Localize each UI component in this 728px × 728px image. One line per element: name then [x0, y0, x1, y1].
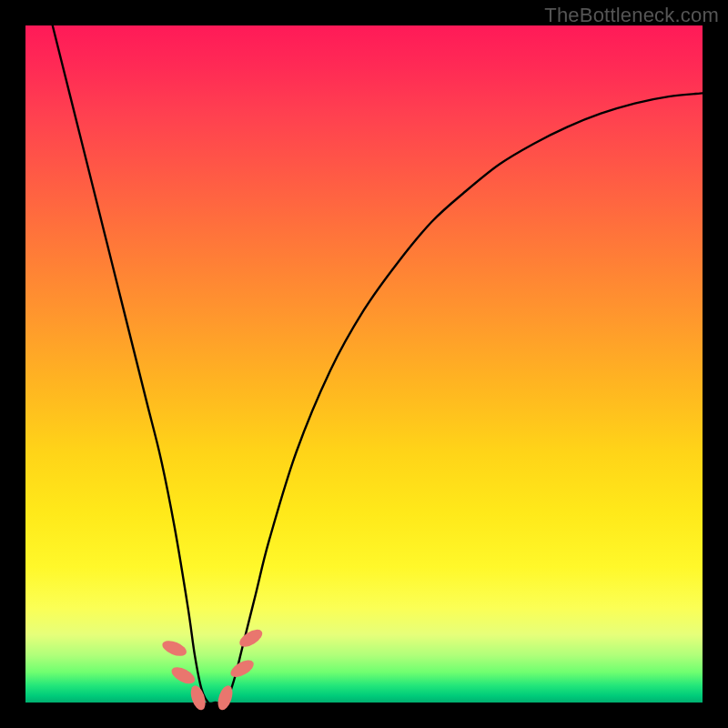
- curve-svg: [25, 25, 703, 703]
- chart-stage: TheBottleneck.com: [0, 0, 728, 728]
- curve-marker: [169, 663, 197, 687]
- bottleneck-curve: [53, 25, 703, 703]
- curve-marker: [228, 657, 256, 681]
- curve-marker: [237, 626, 265, 651]
- markers-group: [160, 626, 265, 712]
- curve-marker: [160, 638, 188, 659]
- watermark-text: TheBottleneck.com: [544, 4, 719, 27]
- plot-area: [25, 25, 703, 703]
